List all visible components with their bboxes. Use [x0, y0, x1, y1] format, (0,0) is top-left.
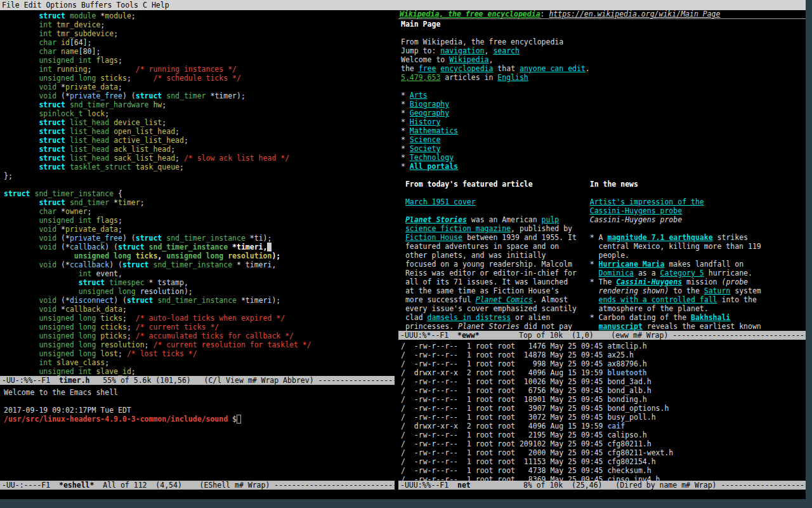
- text-segment: void: [39, 234, 56, 243]
- modeline-eshell[interactable]: -UU-:----F1 *eshell* All of 112 (4,54) (…: [0, 481, 395, 490]
- menu-options[interactable]: Options: [46, 1, 76, 10]
- text-segment: * A: [590, 233, 608, 242]
- menu-tools[interactable]: Tools: [116, 1, 138, 10]
- link[interactable]: Hurricane Maria: [599, 260, 665, 269]
- text-segment: active_list_head: [114, 136, 184, 145]
- modeline-dired[interactable]: -UUU:%%--F1 net 8% of 10k (25,46) (Dired…: [398, 481, 806, 490]
- text-segment: [590, 295, 599, 304]
- text-segment: [4, 314, 39, 323]
- link[interactable]: All portals: [410, 162, 458, 171]
- file-link[interactable]: cipso_ipv4.h: [607, 475, 660, 481]
- minibuffer-echo-area[interactable]: [0, 490, 806, 499]
- menu-edit[interactable]: Edit: [24, 1, 42, 10]
- text-segment: void: [39, 305, 56, 314]
- link[interactable]: navigation: [440, 46, 484, 55]
- text-line: [401, 189, 806, 197]
- text-line: void *private_data;: [4, 225, 395, 234]
- link[interactable]: pulp: [542, 215, 560, 224]
- link[interactable]: Bakhshali: [691, 313, 730, 322]
- text-segment: [4, 127, 39, 136]
- menu-file[interactable]: File: [2, 1, 20, 10]
- file-link[interactable]: busy_poll.h: [607, 413, 655, 422]
- text-segment: Top of 10k (1,0) (eww m# Wrap): [480, 331, 673, 340]
- link[interactable]: Geography: [410, 109, 449, 117]
- link[interactable]: manuscript: [599, 322, 643, 331]
- text-segment: timespec: [109, 278, 144, 287]
- link[interactable]: science fiction magazine: [405, 224, 511, 233]
- link[interactable]: magnitude 7.1 earthquake: [607, 233, 712, 242]
- link[interactable]: Society: [410, 144, 440, 153]
- link[interactable]: Planet Comics: [476, 295, 533, 304]
- code-window-timer-h[interactable]: struct module *module; int tmr_device; i…: [0, 10, 395, 376]
- directory-link[interactable]: caif: [607, 422, 625, 431]
- text-segment: unsigned long: [166, 251, 223, 260]
- link[interactable]: Category 5: [660, 269, 704, 277]
- text-line: princesses. Planet Stories did not pay m…: [401, 322, 806, 331]
- dired-window[interactable]: / -rw-r--r-- 1 root root 1476 May 25 09:…: [398, 340, 806, 481]
- link[interactable]: encyclopedia: [440, 64, 493, 73]
- link[interactable]: damsels in distress: [428, 313, 511, 322]
- text-line: unsigned long sticks; /* schedule ticks …: [4, 74, 395, 83]
- link[interactable]: Technology: [410, 153, 454, 162]
- text-segment: [80];: [79, 47, 101, 56]
- eshell-window[interactable]: Welcome to the Emacs shell2017-09-19 09:…: [0, 385, 395, 481]
- link[interactable]: English: [497, 73, 528, 82]
- link[interactable]: search: [493, 46, 520, 55]
- file-link[interactable]: cfg80211.h: [607, 439, 651, 448]
- eww-browser-window[interactable]: Main PageFrom Wikipedia, the free encycl…: [398, 19, 806, 331]
- file-link[interactable]: ax88796.h: [607, 359, 646, 368]
- link[interactable]: Planet Stories: [405, 215, 467, 224]
- text-segment: private_free: [70, 91, 122, 100]
- link[interactable]: Cassini-Huygens: [616, 277, 682, 286]
- link[interactable]: History: [410, 117, 440, 126]
- menu-c[interactable]: C: [143, 1, 147, 10]
- link[interactable]: 5,479,653: [401, 73, 440, 82]
- text-line: every issue's cover emphasized scantily …: [401, 304, 806, 313]
- modeline-eww[interactable]: -UUU:%*--F1 *eww* Top of 10k (1,0) (eww …: [398, 331, 806, 340]
- text-segment: lost: [100, 349, 118, 358]
- link[interactable]: ends with a controlled fall: [599, 295, 717, 304]
- modeline-timer-h[interactable]: -UU-:%%--F1 timer.h 55% of 5.6k (101,56)…: [0, 376, 395, 385]
- text-segment: [65, 163, 70, 171]
- menu-help[interactable]: Help: [152, 1, 169, 10]
- link[interactable]: free: [419, 64, 436, 73]
- text-line: 2017-09-19 09:02:17PM Tue EDT: [4, 406, 395, 415]
- link[interactable]: anyone can edit: [520, 64, 586, 73]
- text-segment: unsigned long: [39, 74, 96, 83]
- text-line: [401, 29, 806, 37]
- file-link[interactable]: cfg802154.h: [607, 457, 655, 466]
- file-link[interactable]: calipso.h: [607, 431, 646, 439]
- link[interactable]: Fiction House: [405, 233, 462, 242]
- file-link[interactable]: ax25.h: [607, 351, 634, 359]
- text-segment: );: [272, 251, 280, 260]
- link[interactable]: Cassini-Huygens probe: [590, 206, 682, 215]
- link[interactable]: Wikipedia: [449, 55, 488, 64]
- link[interactable]: Biography: [410, 100, 449, 109]
- text-segment: -rw-r--r-- 1 root root 998 May 25 09:45: [405, 359, 608, 368]
- file-link[interactable]: checksum.h: [607, 466, 651, 475]
- text-segment: /: [401, 342, 405, 351]
- directory-link[interactable]: bluetooth: [607, 368, 646, 377]
- text-segment: unsigned long: [39, 323, 96, 331]
- link[interactable]: Science: [410, 135, 440, 144]
- file-link[interactable]: bond_3ad.h: [607, 377, 651, 386]
- link[interactable]: Dominica: [599, 269, 634, 277]
- text-segment: list_head: [70, 127, 109, 136]
- link[interactable]: Artist's impression of the: [590, 197, 704, 206]
- file-link[interactable]: bond_alb.h: [607, 386, 651, 395]
- file-link[interactable]: bond_options.h: [607, 404, 669, 413]
- link[interactable]: March 1951 cover: [405, 197, 476, 206]
- text-segment: ) (: [114, 296, 127, 305]
- text-segment: [4, 38, 39, 47]
- text-line: };: [4, 171, 395, 180]
- text-segment: [65, 154, 70, 163]
- file-link[interactable]: atmclip.h: [607, 342, 646, 351]
- link[interactable]: Mathematics: [410, 126, 458, 135]
- text-line: struct snd_timer_hardware hw;: [4, 100, 395, 109]
- menu-buffers[interactable]: Buffers: [81, 1, 112, 10]
- link[interactable]: Saturn: [704, 286, 731, 295]
- file-link[interactable]: cfg80211-wext.h: [607, 448, 673, 457]
- file-link[interactable]: bonding.h: [607, 395, 646, 404]
- text-line: other planets, and was initially people.: [401, 251, 806, 260]
- link[interactable]: Arts: [410, 91, 428, 100]
